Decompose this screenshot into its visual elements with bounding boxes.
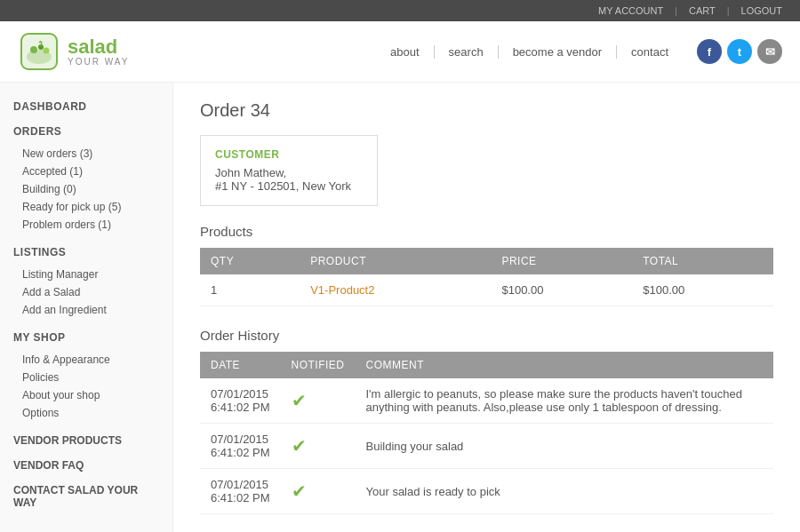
product-price: $100.00: [491, 274, 632, 306]
sidebar-item-problem-orders[interactable]: Problem orders (1): [13, 216, 159, 234]
sidebar-item-accepted[interactable]: Accepted (1): [13, 163, 159, 180]
twitter-icon[interactable]: t: [727, 39, 752, 64]
col-qty: QTY: [200, 248, 300, 274]
nav-about[interactable]: about: [376, 45, 435, 59]
main-nav: about search become a vendor contact: [376, 45, 683, 59]
history-notified: ✔: [281, 378, 356, 424]
order-history-title: Order History: [200, 328, 773, 343]
sidebar-listings-title: LISTINGS: [13, 246, 159, 258]
history-notified: ✔: [281, 424, 356, 469]
sidebar-item-info-appearance[interactable]: Info & Appearance: [13, 351, 159, 369]
product-total: $100.00: [632, 274, 773, 306]
product-name: V1-Product2: [300, 274, 491, 306]
sidebar-item-building[interactable]: Building (0): [13, 180, 159, 198]
sidebar-item-about-shop[interactable]: About your shop: [13, 386, 159, 404]
logo-icon: [18, 30, 60, 73]
history-comment: Your salad is ready to pick: [356, 469, 774, 514]
check-icon: ✔: [292, 391, 307, 410]
cart-link[interactable]: CART: [689, 5, 716, 16]
sidebar-item-ready-pickup[interactable]: Ready for pick up (5): [13, 198, 159, 216]
col-notified: NOTIFIED: [281, 352, 356, 378]
logout-link[interactable]: LOGOUT: [741, 5, 782, 16]
email-icon[interactable]: ✉: [757, 39, 782, 64]
nav-contact[interactable]: contact: [617, 45, 683, 59]
content-area: Order 34 CUSTOMER John Mathew, #1 NY - 1…: [173, 83, 800, 532]
header: salad YOUR WAY about search become a ven…: [0, 21, 800, 83]
facebook-icon[interactable]: f: [697, 39, 722, 64]
sidebar: DASHBOARD ORDERS New orders (3) Accepted…: [0, 83, 173, 532]
table-row: 07/01/20156:41:02 PM ✔ I'm allergic to p…: [200, 378, 773, 424]
sidebar-item-add-salad[interactable]: Add a Salad: [13, 283, 159, 301]
history-comment: I'm allergic to peanuts, so please make …: [356, 378, 774, 424]
history-date: 07/01/20156:41:02 PM: [200, 378, 281, 424]
order-history-table: DATE NOTIFIED COMMENT 07/01/20156:41:02 …: [200, 352, 773, 514]
social-icons: f t ✉: [697, 39, 782, 64]
sidebar-dashboard-title: DASHBOARD: [13, 100, 159, 113]
table-row: 07/01/20156:41:02 PM ✔ Your salad is rea…: [200, 469, 773, 514]
logo-salad: salad: [68, 37, 129, 57]
history-date: 07/01/20156:41:02 PM: [200, 424, 281, 469]
page-title: Order 34: [200, 100, 773, 121]
sidebar-myshop-title: MY SHOP: [13, 331, 159, 344]
main-layout: DASHBOARD ORDERS New orders (3) Accepted…: [0, 83, 800, 532]
col-product: PRODUCT: [300, 248, 491, 274]
customer-label: CUSTOMER: [215, 148, 363, 161]
customer-box: CUSTOMER John Mathew, #1 NY - 102501, Ne…: [200, 135, 378, 206]
logo-your-way: YOUR WAY: [68, 57, 129, 67]
history-notified: ✔: [281, 469, 356, 514]
svg-point-3: [30, 46, 37, 53]
my-account-link[interactable]: MY ACCOUNT: [598, 5, 663, 16]
product-link[interactable]: V1-Product2: [310, 283, 374, 297]
sidebar-item-add-ingredient[interactable]: Add an Ingredient: [13, 301, 159, 319]
customer-address: #1 NY - 102501, New York: [215, 179, 363, 193]
col-total: TOTAL: [632, 248, 773, 274]
col-date: DATE: [200, 352, 281, 378]
sidebar-contact-salad[interactable]: CONTACT SALAD YOUR WAY: [13, 484, 159, 509]
nav-search[interactable]: search: [435, 45, 499, 59]
history-comment: Building your salad: [356, 424, 774, 469]
sidebar-orders-title: ORDERS: [13, 125, 159, 138]
history-date: 07/01/20156:41:02 PM: [200, 469, 281, 514]
logo-area: salad YOUR WAY: [18, 30, 129, 73]
sidebar-vendor-products[interactable]: VENDOR PRODUCTS: [13, 434, 159, 447]
table-row: 1 V1-Product2 $100.00 $100.00: [200, 274, 773, 306]
col-price: PRICE: [491, 248, 632, 274]
sidebar-item-options[interactable]: Options: [13, 404, 159, 422]
nav-become-vendor[interactable]: become a vendor: [499, 45, 617, 59]
sidebar-item-listing-manager[interactable]: Listing Manager: [13, 266, 159, 283]
check-icon: ✔: [292, 436, 307, 456]
products-table: QTY PRODUCT PRICE TOTAL 1 V1-Product2 $1…: [200, 248, 773, 306]
sidebar-vendor-faq[interactable]: VENDOR FAQ: [13, 459, 159, 472]
products-section-title: Products: [200, 224, 773, 239]
logo-text: salad YOUR WAY: [68, 37, 129, 67]
sidebar-item-new-orders[interactable]: New orders (3): [13, 145, 159, 163]
sidebar-item-policies[interactable]: Policies: [13, 369, 159, 386]
table-row: 07/01/20156:41:02 PM ✔ Building your sal…: [200, 424, 773, 469]
top-bar: MY ACCOUNT | CART | LOGOUT: [0, 0, 800, 21]
check-icon: ✔: [292, 481, 307, 501]
product-qty: 1: [200, 274, 300, 306]
svg-point-5: [44, 48, 50, 54]
customer-name: John Mathew,: [215, 166, 363, 179]
col-comment: COMMENT: [356, 352, 774, 378]
